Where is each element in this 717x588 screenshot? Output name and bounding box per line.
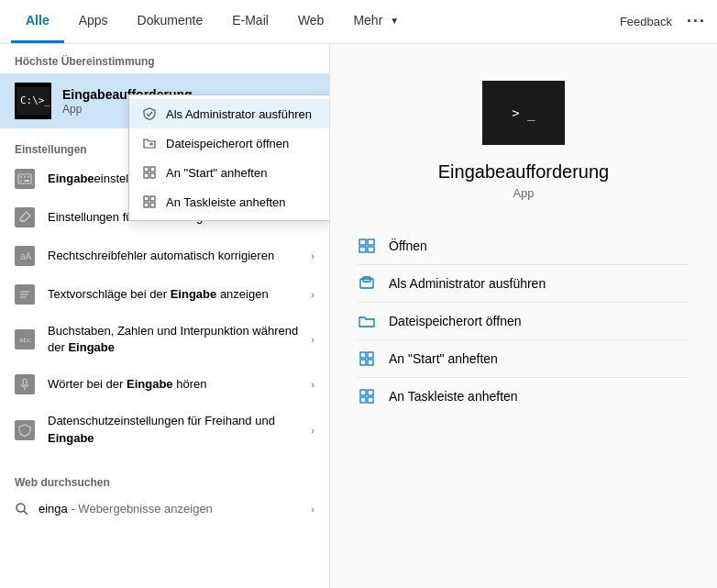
ctx-start-pin[interactable]: An "Start" anheften bbox=[129, 158, 329, 187]
tab-apps[interactable]: Apps bbox=[64, 0, 123, 43]
tab-email[interactable]: E-Mail bbox=[217, 0, 283, 43]
pin-taskbar-icon bbox=[142, 194, 157, 209]
web-search-suffix: - Webergebnisse anzeigen bbox=[68, 502, 213, 516]
chevron-right-icon-2: › bbox=[311, 250, 314, 261]
ctx-fileopen-label: Dateispeicherort öffnen bbox=[166, 137, 289, 150]
context-menu: Als Administrator ausführen Dateispeiche… bbox=[128, 94, 330, 221]
shield-right-icon bbox=[358, 274, 376, 293]
left-panel: Höchste Übereinstimmung C:\>_ Eingabeauf… bbox=[0, 44, 330, 588]
settings-item-text-buchst: Buchstaben, Zahlen und Interpunktion wäh… bbox=[48, 323, 298, 356]
cmd-icon: C:\>_ bbox=[15, 83, 51, 119]
svg-line-30 bbox=[24, 511, 28, 515]
tab-dokumente[interactable]: Dokumente bbox=[123, 0, 218, 43]
svg-text:abc: abc bbox=[19, 336, 31, 344]
right-action-start[interactable]: An "Start" anheften bbox=[358, 340, 689, 378]
ctx-admin[interactable]: Als Administrator ausführen bbox=[129, 99, 329, 128]
svg-rect-8 bbox=[144, 173, 149, 178]
svg-rect-12 bbox=[144, 203, 149, 207]
ctx-admin-label: Als Administrator ausführen bbox=[166, 107, 312, 121]
right-action-oeffnen[interactable]: Öffnen bbox=[358, 227, 689, 265]
nav-tabs: Alle Apps Dokumente E-Mail Web Mehr ▼ bbox=[11, 0, 414, 43]
pin-taskbar-right-icon bbox=[358, 387, 376, 405]
search-icon bbox=[15, 502, 29, 516]
abc-icon: abc bbox=[15, 329, 35, 349]
svg-rect-38 bbox=[368, 352, 373, 358]
settings-item-text-recht: Rechtschreibfehler automatisch korrigier… bbox=[48, 248, 298, 264]
tab-web[interactable]: Web bbox=[283, 0, 339, 43]
keyboard-icon bbox=[15, 169, 35, 189]
web-item-text: einga - Webergebnisse anzeigen bbox=[39, 502, 302, 516]
more-options-button[interactable]: ··· bbox=[687, 12, 706, 31]
svg-rect-11 bbox=[150, 196, 155, 201]
settings-item-text[interactable]: Textvorschläge bei der Eingabe anzeigen … bbox=[0, 275, 329, 314]
chevron-right-icon-6: › bbox=[311, 425, 314, 436]
top-nav: Alle Apps Dokumente E-Mail Web Mehr ▼ Fe… bbox=[0, 0, 717, 44]
shield-icon bbox=[142, 106, 157, 121]
svg-rect-7 bbox=[150, 167, 155, 172]
right-action-admin-label: Als Administrator ausführen bbox=[389, 276, 546, 291]
ctx-start-pin-label: An "Start" anheften bbox=[166, 166, 267, 180]
folder-icon bbox=[142, 136, 157, 150]
svg-line-3 bbox=[149, 112, 152, 116]
ctx-fileopen[interactable]: Dateispeicherort öffnen bbox=[129, 128, 329, 158]
svg-rect-34 bbox=[368, 247, 374, 252]
mehr-label: Mehr bbox=[353, 13, 382, 28]
ctx-taskbar-pin[interactable]: An Taskleiste anheften bbox=[129, 187, 329, 216]
right-app-title: Eingabeaufforderung bbox=[438, 161, 609, 183]
svg-rect-41 bbox=[360, 390, 366, 395]
right-action-taskbar[interactable]: An Taskleiste anheften bbox=[358, 378, 689, 415]
settings-item-text-daten: Datenschutzeinstellungen für Freihand un… bbox=[48, 413, 298, 446]
svg-rect-43 bbox=[360, 397, 366, 403]
svg-rect-35 bbox=[360, 279, 373, 288]
svg-rect-42 bbox=[368, 390, 373, 395]
svg-rect-9 bbox=[150, 173, 155, 178]
right-action-fileopen[interactable]: Dateispeicherort öffnen bbox=[358, 303, 689, 340]
svg-rect-33 bbox=[359, 247, 366, 252]
svg-rect-13 bbox=[150, 203, 155, 207]
nav-right: Feedback ··· bbox=[620, 12, 706, 31]
web-item-einga[interactable]: einga - Webergebnisse anzeigen › bbox=[0, 493, 329, 526]
right-action-oeffnen-label: Öffnen bbox=[389, 239, 427, 253]
settings-item-buchst[interactable]: abc Buchstaben, Zahlen und Interpunktion… bbox=[0, 314, 329, 365]
tab-alle[interactable]: Alle bbox=[11, 0, 64, 43]
right-actions: Öffnen Als Administrator ausführen bbox=[330, 227, 717, 415]
svg-rect-6 bbox=[144, 167, 149, 172]
settings-item-recht[interactable]: aA Rechtschreibfehler automatisch korrig… bbox=[0, 237, 329, 275]
ctx-taskbar-pin-label: An Taskleiste anheften bbox=[166, 195, 286, 209]
privacy-icon bbox=[15, 420, 35, 440]
chevron-down-icon: ▼ bbox=[390, 16, 399, 26]
right-action-start-label: An "Start" anheften bbox=[389, 351, 498, 366]
svg-rect-39 bbox=[360, 360, 366, 365]
pen-icon bbox=[15, 207, 35, 227]
svg-rect-40 bbox=[368, 360, 373, 365]
tab-mehr[interactable]: Mehr ▼ bbox=[338, 0, 414, 43]
svg-rect-14 bbox=[18, 174, 31, 183]
svg-text:C:\>_: C:\>_ bbox=[20, 94, 50, 106]
mic-icon bbox=[15, 374, 35, 394]
settings-item-woerter[interactable]: Wörter bei der Eingabe hören › bbox=[0, 365, 329, 404]
web-section: Web durchsuchen einga - Webergebnisse an… bbox=[0, 461, 329, 531]
chevron-right-icon-5: › bbox=[311, 379, 314, 390]
pin-start-icon bbox=[142, 165, 157, 180]
chevron-right-icon-web: › bbox=[311, 504, 314, 515]
svg-text:aA: aA bbox=[20, 251, 31, 261]
svg-rect-27 bbox=[23, 379, 27, 385]
settings-item-daten[interactable]: Datenschutzeinstellungen für Freihand un… bbox=[0, 404, 329, 455]
open-icon bbox=[358, 237, 376, 255]
svg-rect-44 bbox=[368, 397, 373, 403]
right-panel: Eingabeaufforderung App Öffnen bbox=[330, 44, 717, 588]
right-action-taskbar-label: An Taskleiste anheften bbox=[389, 389, 518, 404]
svg-rect-32 bbox=[368, 239, 374, 245]
web-section-title: Web durchsuchen bbox=[0, 467, 329, 493]
right-app-icon bbox=[482, 81, 565, 145]
chevron-right-icon-3: › bbox=[311, 289, 314, 300]
folder-right-icon bbox=[358, 312, 376, 330]
main-content: Höchste Übereinstimmung C:\>_ Eingabeauf… bbox=[0, 44, 717, 588]
settings-item-text-textv: Textvorschläge bei der Eingabe anzeigen bbox=[48, 286, 298, 303]
right-action-admin[interactable]: Als Administrator ausführen bbox=[358, 265, 689, 303]
spell-icon: aA bbox=[15, 246, 35, 266]
svg-rect-10 bbox=[144, 196, 149, 201]
feedback-button[interactable]: Feedback bbox=[620, 15, 672, 28]
right-action-fileopen-label: Dateispeicherort öffnen bbox=[389, 314, 522, 328]
svg-rect-31 bbox=[359, 239, 366, 245]
